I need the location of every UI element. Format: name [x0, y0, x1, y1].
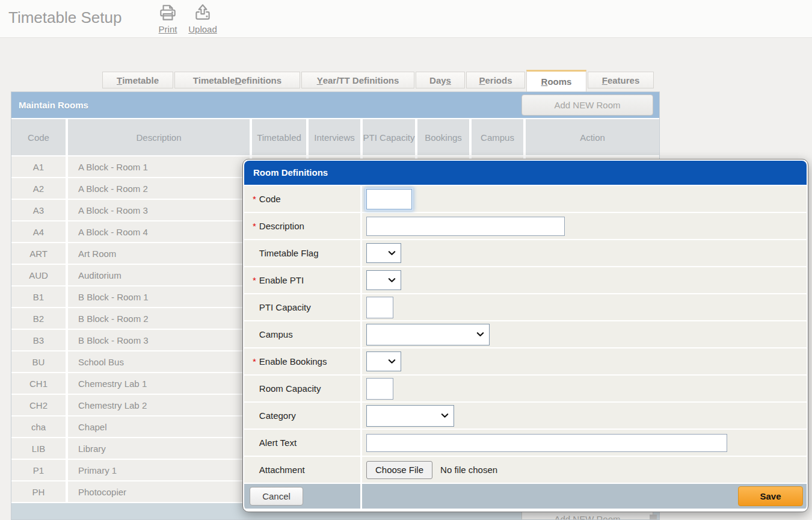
field-label: PTI Capacity: [259, 302, 311, 312]
column-header-code: Code: [11, 119, 66, 155]
room-definitions-dialog: Room Definitions * Code * Description * …: [242, 159, 808, 512]
tab-timetable[interactable]: Timetable: [102, 72, 173, 88]
tab-year-tt-definitions[interactable]: Year/TT Definitions: [301, 72, 414, 88]
room-code-cell: AUD: [11, 265, 66, 285]
room-code-cell: ART: [11, 243, 66, 264]
column-header-bookings: Bookings: [417, 119, 469, 155]
maintain-rooms-header-bar: Maintain Rooms Add NEW Room: [11, 92, 659, 118]
field-label: Enable PTI: [259, 275, 304, 285]
tab-bar: TimetableTimetable DefinitionsYear/TT De…: [102, 70, 655, 91]
column-header-campus: Campus: [472, 119, 523, 155]
room-code-cell: CH2: [11, 395, 66, 415]
room-code-cell: A1: [11, 156, 66, 177]
room-description-cell: Primary 1: [68, 460, 250, 480]
room-description-cell: Chemestry Lab 1: [68, 373, 250, 394]
field-row-timetable-flag: * Timetable Flag: [244, 240, 807, 266]
room-code-cell: P1: [11, 460, 66, 480]
field-row-enable-pti: * Enable PTI: [244, 267, 807, 293]
code-input[interactable]: [366, 189, 412, 209]
enable-pti-select[interactable]: [366, 270, 401, 290]
chevron-down-icon: [387, 249, 396, 258]
room-description-cell: Art Room: [68, 243, 250, 264]
room-code-cell: cha: [11, 416, 66, 437]
table-scrollbar-thumb[interactable]: [650, 515, 657, 520]
chevron-down-icon: [476, 330, 485, 339]
required-asterisk: *: [253, 275, 256, 285]
field-row-campus: * Campus: [244, 321, 807, 347]
enable-bookings-select[interactable]: [366, 351, 401, 371]
page-title: Timetable Setup: [8, 8, 121, 27]
dialog-title: Room Definitions: [244, 161, 807, 185]
field-row-category: * Category: [244, 403, 807, 429]
field-label: Timetable Flag: [259, 248, 319, 258]
room-capacity-input[interactable]: [366, 378, 393, 400]
upload-button[interactable]: Upload: [185, 3, 220, 34]
chevron-down-icon: [387, 276, 396, 285]
tab-timetable-definitions[interactable]: Timetable Definitions: [174, 72, 300, 88]
dialog-footer-left: Cancel: [244, 484, 360, 509]
room-description-cell: B Block - Room 3: [68, 330, 250, 350]
room-description-cell: A Block - Room 4: [68, 221, 250, 242]
pti-capacity-input[interactable]: [366, 297, 393, 318]
field-row-code: * Code: [244, 186, 807, 212]
room-code-cell: LIB: [11, 438, 66, 459]
room-description-cell: A Block - Room 1: [68, 156, 250, 177]
file-status-text: No file chosen: [440, 465, 497, 475]
alert-text-input[interactable]: [366, 434, 727, 452]
room-code-cell: B1: [11, 286, 66, 307]
page: Timetable Setup Print U: [0, 0, 812, 520]
field-label: Enable Bookings: [259, 356, 327, 367]
column-header-timetabled: Timetabled: [252, 119, 306, 155]
room-description-cell: School Bus: [68, 351, 250, 372]
field-label: Category: [259, 410, 296, 421]
dialog-footer: Cancel Save: [244, 484, 807, 509]
room-description-cell: A Block - Room 2: [68, 178, 250, 199]
room-description-cell: B Block - Room 2: [68, 308, 250, 329]
required-asterisk: *: [253, 194, 256, 204]
room-code-cell: A3: [11, 200, 66, 220]
room-code-cell: B2: [11, 308, 66, 329]
choose-file-button[interactable]: Choose File: [366, 461, 432, 479]
field-row-enable-bookings: * Enable Bookings: [244, 348, 807, 374]
field-row-description: * Description: [244, 213, 807, 239]
rooms-table-header-row: CodeDescriptionTimetabledInterviewsPTI C…: [11, 119, 659, 155]
tab-features[interactable]: Features: [588, 72, 654, 88]
room-code-cell: PH: [11, 481, 66, 502]
column-header-description: Description: [68, 119, 250, 155]
description-input[interactable]: [366, 217, 565, 236]
field-label: Description: [259, 221, 304, 231]
tab-periods[interactable]: Periods: [466, 72, 525, 88]
room-code-cell: CH1: [11, 373, 66, 394]
room-code-cell: A4: [11, 221, 66, 242]
category-select[interactable]: [366, 405, 454, 427]
field-row-attachment: * Attachment Choose FileNo file chosen: [244, 457, 807, 483]
column-header-interviews: Interviews: [309, 119, 360, 155]
save-button[interactable]: Save: [738, 486, 803, 506]
campus-select[interactable]: [366, 324, 490, 345]
tab-days[interactable]: Days: [416, 72, 465, 88]
field-label: Room Capacity: [259, 383, 321, 394]
required-asterisk: *: [253, 356, 256, 367]
room-description-cell: B Block - Room 1: [68, 286, 250, 307]
upload-icon: [192, 3, 213, 23]
required-asterisk: *: [253, 221, 256, 231]
room-code-cell: A2: [11, 178, 66, 199]
field-label: Campus: [259, 329, 293, 339]
tab-rooms[interactable]: Rooms: [526, 70, 586, 91]
cancel-button[interactable]: Cancel: [250, 487, 303, 506]
form-rows: * Code * Description * Timetable Flag * …: [244, 186, 807, 483]
print-button[interactable]: Print: [153, 3, 183, 34]
field-label: Attachment: [259, 465, 305, 475]
timetable-flag-select[interactable]: [366, 243, 401, 263]
room-code-cell: BU: [11, 351, 66, 372]
chevron-down-icon: [387, 357, 396, 366]
room-description-cell: A Block - Room 3: [68, 200, 250, 220]
maintain-rooms-title: Maintain Rooms: [19, 92, 88, 118]
room-code-cell: B3: [11, 330, 66, 350]
room-description-cell: Chapel: [68, 416, 250, 437]
printer-icon: [158, 3, 178, 23]
column-header-action: Action: [526, 119, 659, 155]
room-description-cell: Photocopier: [68, 481, 250, 502]
room-description-cell: Chemestry Lab 2: [68, 395, 250, 415]
add-new-room-button[interactable]: Add NEW Room: [521, 94, 653, 116]
